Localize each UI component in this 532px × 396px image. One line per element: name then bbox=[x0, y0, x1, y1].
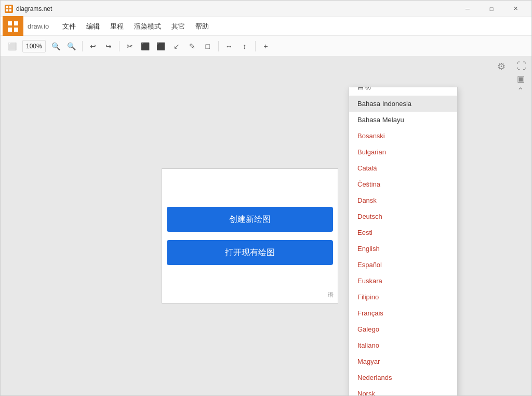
minimize-button[interactable]: ─ bbox=[456, 1, 480, 17]
toolbar: ⬜ 100% 🔍 🔍 ↩ ↪ ✂ ⬛ ⬛ ↙ ✎ □ ↔ ↕ + bbox=[1, 36, 531, 57]
language-option-3[interactable]: Bosanski bbox=[349, 128, 457, 144]
sep-1 bbox=[82, 41, 83, 51]
open-diagram-button[interactable]: 打开现有绘图 bbox=[167, 240, 333, 265]
logo bbox=[3, 16, 23, 37]
language-dropdown[interactable]: 自动Bahasa IndonesiaBahasa MelayuBosanskiB… bbox=[349, 87, 458, 395]
sep-4 bbox=[255, 41, 256, 51]
toolbar-btn-8[interactable]: ✎ bbox=[185, 39, 200, 54]
menu-edit[interactable]: 编辑 bbox=[81, 17, 105, 36]
toolbar-zoom-in[interactable]: 🔍 bbox=[49, 39, 63, 54]
svg-rect-0 bbox=[6, 6, 8, 8]
title-bar-text: diagrams.net bbox=[16, 5, 456, 12]
settings-icon[interactable]: ⚙ bbox=[497, 61, 506, 72]
maximize-button[interactable]: □ bbox=[480, 1, 503, 17]
toolbar-zoom-out[interactable]: 🔍 bbox=[64, 39, 79, 54]
language-option-18[interactable]: Nederlands bbox=[349, 369, 457, 386]
canvas-dialog: 创建新绘图 打开现有绘图 语 bbox=[162, 168, 338, 303]
fullscreen-icon[interactable]: ⛶ bbox=[517, 61, 526, 72]
toolbar-undo[interactable]: ↩ bbox=[86, 39, 100, 54]
toolbar-btn-10[interactable]: ↔ bbox=[222, 39, 236, 54]
toolbar-btn-5[interactable]: ⬛ bbox=[138, 39, 153, 54]
toolbar-btn-9[interactable]: □ bbox=[201, 39, 215, 54]
toolbar-cut[interactable]: ✂ bbox=[123, 39, 137, 54]
canvas-corner-text: 语 bbox=[328, 291, 334, 299]
language-option-1[interactable]: Bahasa Indonesia bbox=[349, 96, 457, 112]
main-area: ⚙ ⛶ ▣ ⌃ 创建新绘图 打开现有绘图 语 自动Bahasa Indonesi… bbox=[1, 57, 531, 395]
close-button[interactable]: ✕ bbox=[503, 1, 527, 17]
svg-rect-5 bbox=[14, 21, 18, 25]
toolbar-btn-6[interactable]: ⬛ bbox=[154, 39, 168, 54]
language-option-19[interactable]: Norsk bbox=[349, 386, 457, 395]
svg-rect-4 bbox=[8, 21, 12, 25]
title-bar: diagrams.net ─ □ ✕ bbox=[1, 1, 531, 17]
sep-3 bbox=[218, 41, 219, 51]
panel-icon[interactable]: ▣ bbox=[517, 74, 526, 84]
create-diagram-button[interactable]: 创建新绘图 bbox=[167, 207, 333, 232]
svg-rect-7 bbox=[14, 28, 18, 32]
language-option-14[interactable]: Français bbox=[349, 305, 457, 321]
language-option-11[interactable]: Español bbox=[349, 257, 457, 273]
zoom-value[interactable]: 100% bbox=[22, 40, 46, 52]
app-subtitle: draw.io bbox=[28, 22, 49, 30]
window-controls: ─ □ ✕ bbox=[456, 1, 527, 17]
right-icons: ⛶ ▣ ⌃ bbox=[517, 61, 526, 96]
language-option-15[interactable]: Galego bbox=[349, 321, 457, 337]
menu-other[interactable]: 其它 bbox=[166, 17, 190, 36]
language-option-7[interactable]: Dansk bbox=[349, 192, 457, 208]
language-option-8[interactable]: Deutsch bbox=[349, 208, 457, 225]
language-option-5[interactable]: Català bbox=[349, 160, 457, 176]
toolbar-btn-11[interactable]: ↕ bbox=[237, 39, 252, 54]
app-icon bbox=[5, 5, 13, 13]
app-window: diagrams.net ─ □ ✕ draw.io 文件 编辑 里程 渲染模式… bbox=[0, 0, 532, 396]
svg-rect-2 bbox=[6, 9, 8, 11]
language-option-6[interactable]: Čeština bbox=[349, 176, 457, 192]
menu-milestone[interactable]: 里程 bbox=[105, 17, 129, 36]
language-option-17[interactable]: Magyar bbox=[349, 353, 457, 369]
sep-2 bbox=[119, 41, 119, 51]
svg-rect-6 bbox=[8, 28, 12, 32]
language-option-10[interactable]: English bbox=[349, 241, 457, 257]
language-option-9[interactable]: Eesti bbox=[349, 225, 457, 241]
menu-bar: draw.io 文件 编辑 里程 渲染模式 其它 帮助 bbox=[1, 17, 531, 36]
language-option-4[interactable]: Bulgarian bbox=[349, 144, 457, 160]
language-option-16[interactable]: Italiano bbox=[349, 337, 457, 353]
menu-render[interactable]: 渲染模式 bbox=[129, 17, 166, 36]
svg-rect-1 bbox=[9, 6, 11, 8]
menu-help[interactable]: 帮助 bbox=[190, 17, 214, 36]
collapse-icon[interactable]: ⌃ bbox=[517, 86, 526, 96]
menu-file[interactable]: 文件 bbox=[57, 17, 81, 36]
toolbar-btn-1[interactable]: ⬜ bbox=[5, 39, 19, 54]
toolbar-add[interactable]: + bbox=[259, 39, 273, 54]
language-option-2[interactable]: Bahasa Melayu bbox=[349, 112, 457, 128]
toolbar-btn-7[interactable]: ↙ bbox=[169, 39, 184, 54]
toolbar-redo[interactable]: ↪ bbox=[101, 39, 116, 54]
language-option-0[interactable]: 自动 bbox=[349, 87, 457, 96]
language-option-12[interactable]: Euskara bbox=[349, 273, 457, 289]
svg-rect-3 bbox=[9, 9, 11, 11]
language-option-13[interactable]: Filipino bbox=[349, 289, 457, 305]
